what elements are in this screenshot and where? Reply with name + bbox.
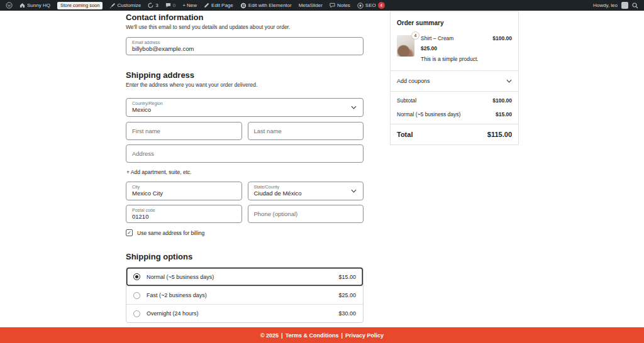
- seo-notification-badge: 4: [378, 2, 385, 9]
- email-field-value: billybob@example.com: [132, 45, 357, 53]
- unit-price: $25.00: [421, 45, 512, 52]
- footer-copyright: © 2025: [260, 332, 279, 339]
- comments-count: 0: [173, 3, 175, 8]
- billing-same-checkbox-row[interactable]: ✓ Use same address for billing: [126, 229, 364, 236]
- seo-menu[interactable]: SEO 4: [357, 2, 385, 9]
- shipping-options-group: Normal (~5 business days) $15.00 Fast (~…: [126, 267, 364, 323]
- radio-unselected-icon[interactable]: [133, 310, 140, 317]
- metaslider-label: MetaSlider: [299, 3, 323, 8]
- svg-text:W: W: [8, 4, 11, 8]
- avatar[interactable]: [621, 2, 628, 9]
- first-name-placeholder: First name: [132, 128, 160, 134]
- email-field-label: Email address: [132, 40, 357, 45]
- line-total: $100.00: [492, 35, 512, 41]
- site-footer: © 2025 | Terms & Conditions | Privacy Po…: [0, 327, 644, 343]
- shipping-option-overnight[interactable]: Overnight (24 hours) $30.00: [126, 304, 363, 322]
- product-name: Shirt – Cream: [421, 35, 453, 41]
- wp-admin-bar: W Sunny HQ Store coming soon Customize 3…: [0, 0, 644, 11]
- last-name-placeholder: Last name: [254, 128, 282, 134]
- phone-field[interactable]: Phone (optional): [248, 205, 364, 223]
- product-description: This is a simple product.: [421, 56, 512, 62]
- total-label: Total: [397, 131, 413, 138]
- total-value: $115.00: [487, 131, 512, 138]
- address-placeholder: Address: [132, 150, 154, 157]
- update-icon: [148, 3, 153, 8]
- product-thumbnail: [397, 35, 414, 57]
- metaslider-menu[interactable]: MetaSlider: [299, 3, 323, 8]
- radio-selected-icon[interactable]: [133, 273, 140, 280]
- notes-menu[interactable]: Notes: [330, 3, 350, 8]
- seo-label: SEO: [365, 3, 376, 8]
- totals-section: Subtotal $100.00 Normal (~5 business day…: [391, 91, 518, 124]
- country-select[interactable]: Country/Region Mexico: [126, 98, 364, 117]
- customize-menu[interactable]: Customize: [109, 3, 141, 8]
- postal-code-field[interactable]: Postal code 01210: [126, 205, 242, 223]
- seo-icon: [357, 3, 364, 9]
- comment-icon: [165, 3, 171, 8]
- shipping-option-normal[interactable]: Normal (~5 business days) $15.00: [126, 268, 363, 286]
- country-select-value: Mexico: [132, 106, 357, 114]
- state-select-value: Ciudad de México: [254, 190, 358, 197]
- country-select-label: Country/Region: [132, 101, 357, 106]
- add-coupons-toggle[interactable]: Add coupons: [391, 70, 518, 91]
- site-menu[interactable]: Sunny HQ: [19, 3, 50, 8]
- city-field[interactable]: City Mexico City: [126, 182, 242, 200]
- shipping-option-price: $15.00: [338, 274, 356, 280]
- privacy-link[interactable]: Privacy Policy: [345, 332, 384, 339]
- wordpress-logo-icon[interactable]: W: [6, 2, 13, 9]
- checkbox-checked-icon[interactable]: ✓: [126, 229, 133, 236]
- shipping-method-label: Normal (~5 business days): [397, 111, 460, 117]
- coming-soon-badge[interactable]: Store coming soon: [57, 2, 103, 9]
- notes-bubble-icon: [330, 3, 335, 8]
- elementor-label: Edit with Elementor: [248, 3, 292, 8]
- add-apartment-link[interactable]: + Add apartment, suite, etc.: [126, 169, 192, 175]
- checkout-form: Contact information We'll use this email…: [126, 13, 364, 327]
- chevron-down-icon: [506, 79, 512, 83]
- billing-same-checkbox-label: Use same address for billing: [137, 230, 204, 236]
- shipping-option-label: Normal (~5 business days): [147, 274, 214, 280]
- notes-label: Notes: [337, 3, 350, 8]
- postal-code-label: Postal code: [132, 207, 236, 213]
- order-summary-heading: Order summary: [397, 19, 512, 26]
- city-field-label: City: [132, 184, 236, 190]
- new-content-menu[interactable]: + New: [182, 3, 197, 8]
- radio-unselected-icon[interactable]: [133, 292, 140, 299]
- updates-menu[interactable]: 3: [148, 3, 158, 8]
- address-field[interactable]: Address: [126, 144, 364, 163]
- city-field-value: Mexico City: [132, 190, 236, 197]
- first-name-field[interactable]: First name: [126, 122, 242, 140]
- howdy-account-menu[interactable]: Howdy, leo: [593, 3, 618, 8]
- shipping-address-heading: Shipping address: [126, 70, 364, 80]
- edit-page-menu[interactable]: Edit Page: [204, 3, 233, 8]
- footer-separator: |: [341, 332, 343, 339]
- customize-label: Customize: [117, 3, 141, 8]
- total-row: Total $115.00: [391, 124, 518, 144]
- edit-page-label: Edit Page: [211, 3, 233, 8]
- contact-heading: Contact information: [126, 13, 364, 22]
- add-coupons-label: Add coupons: [397, 78, 430, 84]
- elementor-menu[interactable]: Edit with Elementor: [240, 3, 292, 9]
- chevron-down-icon: [351, 106, 357, 109]
- shipping-cost-value: $15.00: [496, 111, 512, 117]
- phone-placeholder: Phone (optional): [254, 210, 298, 217]
- terms-link[interactable]: Terms & Conditions: [286, 332, 339, 339]
- shipping-cost-row: Normal (~5 business days) $15.00: [397, 111, 512, 117]
- shipping-options-heading: Shipping options: [126, 252, 364, 261]
- quantity-badge: 4: [411, 31, 419, 40]
- contact-description: We'll use this email to send you details…: [126, 24, 364, 30]
- order-summary-panel: Order summary 4 Shirt – Cream $100.00 $2…: [390, 11, 519, 145]
- shipping-option-label: Fast (~2 business days): [147, 292, 207, 298]
- postal-code-value: 01210: [132, 213, 236, 220]
- brush-icon: [109, 3, 115, 8]
- shipping-option-fast[interactable]: Fast (~2 business days) $25.00: [126, 286, 363, 304]
- state-select[interactable]: State/County Ciudad de México: [248, 182, 364, 200]
- shipping-address-description: Enter the address where you want your or…: [126, 82, 364, 88]
- last-name-field[interactable]: Last name: [248, 122, 364, 140]
- comments-menu[interactable]: 0: [165, 3, 175, 8]
- order-item: 4 Shirt – Cream $100.00 $25.00 This is a…: [397, 35, 512, 62]
- email-field[interactable]: Email address billybob@example.com: [126, 37, 364, 55]
- search-icon[interactable]: [632, 3, 638, 9]
- footer-separator: |: [281, 332, 283, 339]
- shipping-option-price: $30.00: [338, 310, 356, 317]
- subtotal-row: Subtotal $100.00: [397, 97, 512, 104]
